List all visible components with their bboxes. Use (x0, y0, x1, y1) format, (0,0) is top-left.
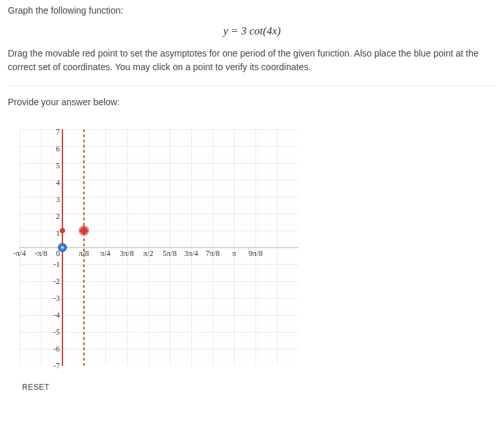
svg-text:-4: -4 (53, 311, 60, 320)
svg-text:1: 1 (56, 229, 60, 238)
svg-text:-2: -2 (53, 277, 60, 286)
section-divider (8, 86, 496, 86)
svg-text:3π/8: 3π/8 (120, 249, 133, 258)
problem-title: Graph the following function: (8, 5, 496, 16)
reset-button[interactable]: RESET (22, 383, 49, 392)
svg-point-29 (60, 228, 65, 233)
svg-point-28 (61, 246, 64, 249)
equation: y = 3 cot(4x) y = 3 cot(4x) (8, 25, 496, 38)
svg-text:5: 5 (56, 161, 60, 170)
svg-text:-π/4: -π/4 (13, 249, 25, 258)
blue-point[interactable] (59, 244, 67, 252)
svg-text:5π/8: 5π/8 (163, 249, 176, 258)
svg-text:-π/8: -π/8 (34, 249, 47, 258)
svg-text:6: 6 (56, 144, 60, 153)
svg-text:3: 3 (56, 195, 60, 204)
svg-text:4: 4 (56, 178, 60, 187)
answer-prompt: Provide your answer below: (8, 97, 496, 107)
graph-canvas[interactable]: 7 6 5 4 3 2 1 0 -1 -2 -3 -4 -5 -6 -7 -π/… (12, 120, 308, 375)
svg-text:2: 2 (56, 212, 60, 221)
svg-text:π/2: π/2 (143, 249, 153, 258)
svg-text:-3: -3 (53, 294, 60, 303)
svg-text:7π/8: 7π/8 (206, 249, 219, 258)
svg-text:π/8: π/8 (79, 249, 88, 258)
svg-text:π: π (232, 249, 236, 258)
coordinate-plane[interactable]: 7 6 5 4 3 2 1 0 -1 -2 -3 -4 -5 -6 -7 -π/… (12, 120, 308, 375)
svg-text:9π/8: 9π/8 (248, 249, 262, 258)
svg-text:-7: -7 (53, 361, 60, 370)
problem-instructions: Drag the movable red point to set the as… (8, 47, 496, 74)
svg-text:-5: -5 (53, 327, 60, 337)
svg-text:-1: -1 (53, 260, 60, 269)
red-point-right[interactable] (79, 225, 89, 236)
svg-text:π/4: π/4 (100, 249, 110, 258)
svg-text:3π/4: 3π/4 (184, 249, 198, 258)
svg-text:7: 7 (56, 127, 60, 136)
svg-text:-6: -6 (53, 344, 60, 353)
red-point-left[interactable] (60, 228, 65, 233)
